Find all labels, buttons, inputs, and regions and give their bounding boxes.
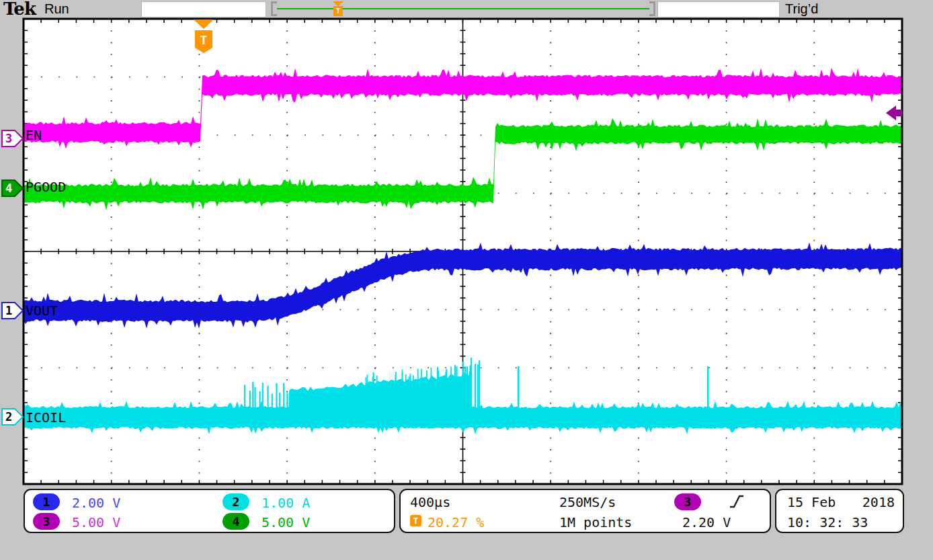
- svg-text:1: 1: [5, 304, 12, 317]
- svg-text:2: 2: [5, 410, 12, 424]
- channel-marker-3: 3: [2, 130, 23, 147]
- date: 15 Feb: [787, 494, 836, 510]
- trigger-source-badge: 3: [674, 493, 701, 510]
- rising-slope-icon: [728, 493, 745, 510]
- time: 10: 32: 33: [787, 514, 868, 530]
- timebase: 400µs: [410, 494, 450, 510]
- ch4-scale: 5.00 V: [261, 514, 310, 530]
- channel-marker-2: 2: [2, 409, 23, 425]
- ch1-badge: 1: [33, 493, 60, 510]
- trigger-level: 2.20 V: [682, 514, 731, 530]
- sample-rate: 250MS/s: [559, 494, 616, 510]
- svg-text:3: 3: [5, 132, 12, 145]
- trigger-flag-t-icon: T: [200, 33, 208, 47]
- horizontal-trigger-readout: 400µs T 20.27 % 250MS/s 1M points 3 2.20…: [399, 489, 771, 533]
- trace-label-icoil: ICOIL: [26, 409, 66, 426]
- trace-label-vout: VOUT: [26, 303, 58, 319]
- channel-marker-1: 1: [2, 303, 23, 319]
- trace-label-en: EN: [26, 127, 42, 143]
- ch2-badge: 2: [222, 493, 249, 510]
- trace-label-pgood: PGOOD: [26, 179, 66, 195]
- trigger-position: 20.27 %: [428, 514, 484, 530]
- trigger-t-icon: T: [410, 515, 421, 526]
- record-length: 1M points: [559, 514, 632, 530]
- ch4-badge: 4: [222, 513, 249, 530]
- ch1-scale: 2.00 V: [72, 495, 120, 511]
- ch3-badge: 3: [33, 513, 60, 530]
- channel-scale-readout: 1 2.00 V 2 1.00 A 3 5.00 V 4 5.00 V: [24, 489, 395, 533]
- channel-marker-4: 4: [2, 180, 23, 196]
- datetime-readout: 15 Feb 2018 10: 32: 33: [775, 489, 904, 533]
- ch2-scale: 1.00 A: [261, 495, 310, 511]
- ch3-scale: 5.00 V: [72, 514, 120, 530]
- svg-text:4: 4: [5, 182, 12, 195]
- year: 2018: [862, 494, 895, 510]
- scope-display: T3412ENPGOODVOUTICOIL: [0, 0, 933, 560]
